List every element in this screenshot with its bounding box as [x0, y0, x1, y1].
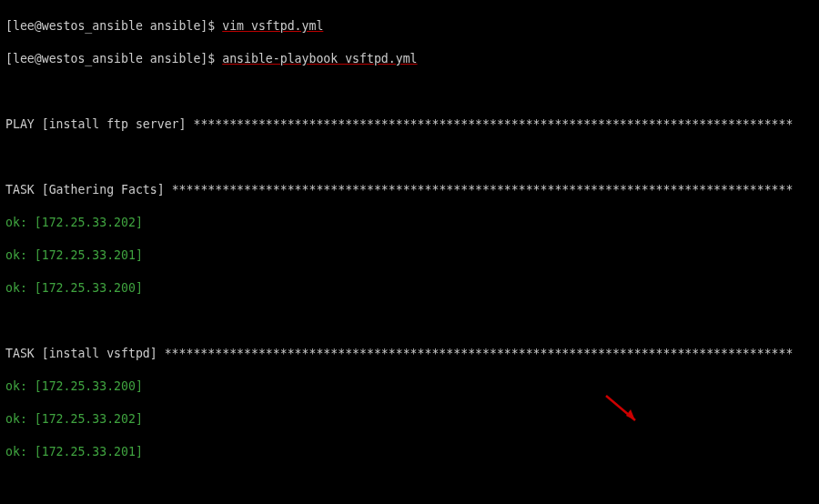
- task-ok-line: ok: [172.25.33.200]: [5, 280, 814, 297]
- task-header-install: TASK [install vsftpd] ******************…: [5, 346, 814, 362]
- prompt: [lee@westos_ansible ansible]$: [5, 52, 222, 66]
- blank-line: [5, 313, 814, 329]
- prompt: [lee@westos_ansible ansible]$: [5, 19, 222, 33]
- task-header-gathering: TASK [Gathering Facts] *****************…: [5, 182, 814, 198]
- task-ok-line: ok: [172.25.33.201]: [5, 247, 814, 264]
- task-ok-line: ok: [172.25.33.200]: [5, 378, 814, 395]
- blank-line: [5, 84, 814, 100]
- command-text: ansible-playbook vsftpd.yml: [222, 52, 417, 66]
- task-ok-line: ok: [172.25.33.202]: [5, 215, 814, 231]
- blank-line: [5, 477, 814, 493]
- task-ok-line: ok: [172.25.33.202]: [5, 411, 814, 428]
- command-line: [lee@westos_ansible ansible]$ vim vsftpd…: [5, 18, 814, 35]
- blank-line: [5, 149, 814, 166]
- terminal-output: [lee@westos_ansible ansible]$ vim vsftpd…: [0, 0, 819, 504]
- command-text: vim vsftpd.yml: [222, 19, 323, 33]
- play-header: PLAY [install ftp server] **************…: [5, 116, 814, 133]
- command-line: [lee@westos_ansible ansible]$ ansible-pl…: [5, 51, 814, 67]
- task-ok-line: ok: [172.25.33.201]: [5, 444, 814, 460]
